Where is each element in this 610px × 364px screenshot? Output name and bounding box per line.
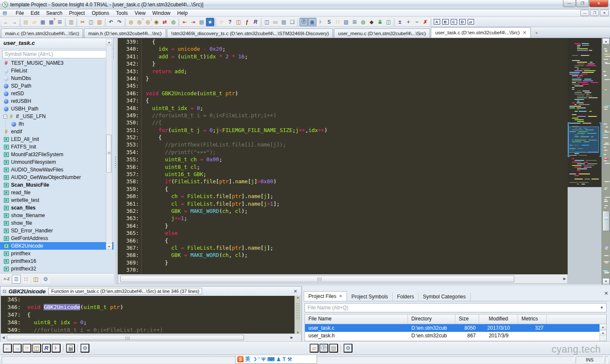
- ime-punct-icon[interactable]: ’: [258, 356, 260, 362]
- symbol-item-test-music-name3[interactable]: #TEST_MUSIC_NAME3: [0, 59, 114, 67]
- symbol-item-read-file[interactable]: fread_file: [0, 189, 114, 196]
- layout-full-button[interactable]: ▭: [271, 18, 280, 26]
- symbol-item-getfontaddress[interactable]: fGetFontAddress: [0, 234, 114, 242]
- save-all-button[interactable]: ⊞: [55, 18, 64, 26]
- column-header-metrics[interactable]: Metrics: [518, 314, 547, 324]
- context-back-button[interactable]: ←: [3, 344, 12, 353]
- menu-tools[interactable]: Tools: [113, 9, 131, 17]
- tab-user-task-c[interactable]: user_task.c (D:\en.stm32cubef4\...\Src)✕: [431, 27, 531, 38]
- find-button[interactable]: ◎: [127, 18, 135, 26]
- context-browse-button[interactable]: ☞: [22, 344, 31, 353]
- tab-main-h[interactable]: main.h (D:\en.stm32cubef4\...\Inc): [84, 28, 166, 38]
- scroll-down-icon[interactable]: ▼: [106, 243, 112, 249]
- cut-button[interactable]: ✂: [78, 18, 87, 26]
- list-view-button[interactable]: ☰: [12, 275, 21, 284]
- scroll-up-icon[interactable]: ▲: [106, 39, 112, 45]
- symbol-item-endif[interactable]: #endif: [0, 128, 114, 135]
- paste-button[interactable]: ▧: [95, 18, 104, 26]
- mdi-close-button[interactable]: ✕: [600, 10, 609, 16]
- scroll-right-icon[interactable]: ▶: [291, 336, 293, 339]
- scrollbar-thumb[interactable]: [106, 135, 112, 173]
- tab-stm32469i-discovery-ts-c[interactable]: !stm32469i_discovery_ts.c (D:\en.stm32cu…: [167, 28, 333, 38]
- symbol-item-printfhex32[interactable]: fprintfhex32: [0, 265, 114, 273]
- code-minimap[interactable]: [568, 38, 602, 284]
- ime-moon-icon[interactable]: ☽: [252, 356, 257, 362]
- context-forward-button[interactable]: →: [13, 344, 22, 353]
- scroll-down-icon[interactable]: ▼: [602, 278, 610, 284]
- tab-close-icon[interactable]: ✕: [339, 294, 342, 298]
- bookmark-folder-button[interactable]: ▱: [466, 18, 475, 26]
- menu-project[interactable]: Project: [66, 9, 88, 17]
- context-lock-button[interactable]: [66, 344, 75, 353]
- code-editor[interactable]: 339: {340: idx = unicode - 0x20;341: add…: [118, 38, 568, 274]
- reference-books-button[interactable]: ◫: [234, 18, 243, 26]
- tab-list-chevron-icon[interactable]: ˅: [533, 28, 540, 38]
- tree-collapse-icon[interactable]: −: [3, 115, 7, 119]
- scrollbar-thumb[interactable]: [602, 211, 610, 231]
- ime-keyboard-icon[interactable]: ⌨: [267, 356, 274, 362]
- context-code-preview[interactable]: 345:346:void GBK2Unicode(uint8_t ptr)347…: [1, 296, 295, 334]
- relation-window-button[interactable]: R: [251, 18, 260, 26]
- eagle-view-button[interactable]: ◆: [367, 18, 376, 26]
- symbol-item-numobs[interactable]: NumObs: [0, 74, 114, 82]
- previous-reference-button[interactable]: ⇤: [180, 18, 189, 26]
- toggle-plus-minus-button[interactable]: ±: [396, 18, 404, 26]
- symbol-item-printfhex16[interactable]: fprintfhex16: [0, 257, 114, 265]
- scrollbar-thumb[interactable]: [120, 276, 514, 282]
- scroll-left-icon[interactable]: ◀: [2, 336, 5, 339]
- context-horizontal-scrollbar[interactable]: ◀ ▶: [1, 334, 301, 341]
- symbol-item-if-use-lfn[interactable]: −#if _USE_LFN: [0, 113, 114, 120]
- column-header-modified[interactable]: Modified: [479, 314, 518, 324]
- layout-cascade-button[interactable]: ❏: [288, 18, 297, 26]
- ime-toolbox-icon[interactable]: ⚒: [287, 356, 292, 362]
- tab-main-c[interactable]: main.c (D:\en.stm32cubef4\...\Src): [1, 28, 83, 38]
- symbol-item-show-filename[interactable]: fshow_filename: [0, 212, 114, 219]
- next-reference-button[interactable]: ⇥: [189, 18, 197, 26]
- sort-alphabetic-button[interactable]: A-Z: [2, 275, 11, 284]
- ime-logo-icon[interactable]: S: [237, 356, 244, 362]
- symbol-item-unmountfilesystem[interactable]: fUnmountFilesystem: [0, 158, 114, 166]
- symbol-item-writefile-test[interactable]: fwritefile_test: [0, 196, 114, 204]
- find-in-files-button[interactable]: ◉: [152, 18, 161, 26]
- context-settings-button[interactable]: ⚙: [80, 344, 89, 353]
- minimize-button[interactable]: —: [563, 0, 576, 7]
- replace-button[interactable]: ⇄: [161, 18, 169, 26]
- panel-tab-project-symbols[interactable]: Project Symbols: [347, 292, 393, 301]
- symbol-item-filelist[interactable]: FileList: [0, 67, 114, 74]
- find-previous-button[interactable]: ◎↑: [135, 18, 144, 26]
- file-table-scrollbar[interactable]: ▲ ▼: [599, 324, 606, 341]
- back-button[interactable]: ←: [2, 18, 10, 26]
- close-button[interactable]: ✕: [589, 0, 608, 7]
- bookmark-a-button[interactable]: A: [433, 18, 441, 26]
- symbol-types-button[interactable]: ∷: [22, 275, 30, 284]
- layout-two-columns-button[interactable]: ◫: [263, 18, 271, 26]
- symbol-window-settings-button[interactable]: ⚙: [41, 275, 50, 284]
- ime-skin-icon[interactable]: T: [283, 356, 286, 362]
- ime-mic-icon[interactable]: Ψ: [261, 356, 266, 362]
- editor-horizontal-scrollbar[interactable]: ▶: [118, 274, 568, 284]
- symbol-item-scan-musicfile[interactable]: fScan_MusicFile: [0, 181, 114, 189]
- symbol-item-mountfat32filesystem[interactable]: fMountFat32FileSystem: [0, 151, 114, 158]
- symbol-item-show-file[interactable]: fshow_file: [0, 219, 114, 227]
- save-as-button[interactable]: ▦?: [47, 18, 55, 26]
- symbol-item-retsd[interactable]: retSD: [0, 90, 114, 97]
- globe-view-button[interactable]: ◍: [359, 18, 367, 26]
- symbol-item-usbh-path[interactable]: USBH_Path: [0, 105, 114, 113]
- web-search-button[interactable]: ◍: [169, 18, 177, 26]
- context-relation-button[interactable]: R: [42, 344, 51, 353]
- help-document-button[interactable]: ▧: [342, 18, 350, 26]
- mdi-restore-button[interactable]: ❐: [590, 10, 599, 16]
- function-index-button[interactable]: ƒ: [243, 18, 251, 26]
- bookmark-d-button[interactable]: D: [458, 18, 466, 26]
- mdi-minimize-button[interactable]: —: [580, 10, 589, 16]
- menu-edit[interactable]: Edit: [27, 9, 43, 17]
- scroll-right-icon[interactable]: ▶: [563, 277, 566, 281]
- print-button[interactable]: ▥: [67, 18, 75, 26]
- call-steps-button[interactable]: ∷: [333, 18, 342, 26]
- menu-help[interactable]: Help: [174, 9, 191, 17]
- symbol-item-led-all-init[interactable]: fLED_All_Init: [0, 135, 114, 143]
- scroll-up-icon[interactable]: ▲: [602, 38, 610, 44]
- symbol-item-scan-files[interactable]: fscan_files: [0, 204, 114, 212]
- files-open-folder-button[interactable]: ▱: [310, 344, 319, 353]
- files-settings-button[interactable]: ⚙: [344, 344, 352, 353]
